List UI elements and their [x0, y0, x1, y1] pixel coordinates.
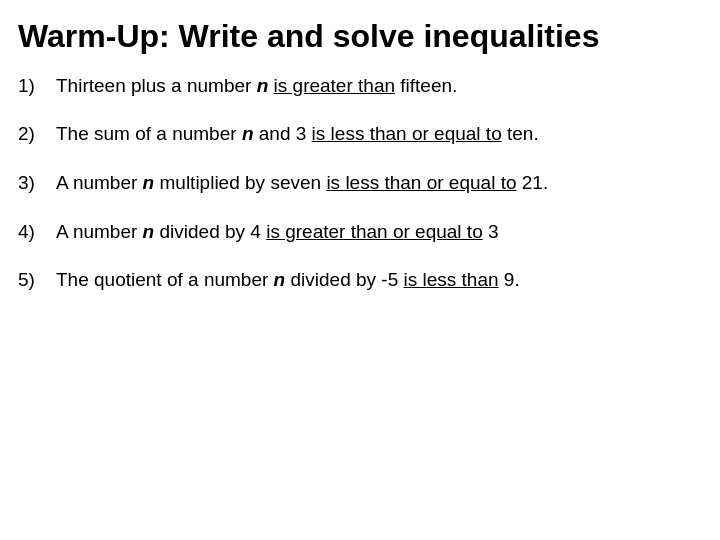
inequality-phrase: is less than: [404, 269, 499, 290]
problem-segment: A number: [56, 221, 143, 242]
problem-segment: ten.: [502, 123, 539, 144]
problem-text: Thirteen plus a number n is greater than…: [56, 73, 696, 100]
problem-number: 4): [18, 219, 56, 246]
problem-segment: and 3: [253, 123, 311, 144]
problem-segment: divided by 4: [154, 221, 266, 242]
page-title: Warm-Up: Write and solve inequalities: [18, 18, 696, 55]
variable-n: n: [274, 269, 286, 290]
variable-n: n: [242, 123, 254, 144]
problem-text: The sum of a number n and 3 is less than…: [56, 121, 696, 148]
problem-text: A number n multiplied by seven is less t…: [56, 170, 696, 197]
problem-text: The quotient of a number n divided by -5…: [56, 267, 696, 294]
problem-item: 3)A number n multiplied by seven is less…: [18, 170, 696, 197]
problem-item: 2)The sum of a number n and 3 is less th…: [18, 121, 696, 148]
inequality-phrase: is less than or equal to: [312, 123, 502, 144]
problem-segment: The sum of a number: [56, 123, 242, 144]
problem-item: 5)The quotient of a number n divided by …: [18, 267, 696, 294]
problem-segment: multiplied by seven: [154, 172, 326, 193]
problem-text: A number n divided by 4 is greater than …: [56, 219, 696, 246]
problem-number: 5): [18, 267, 56, 294]
problem-segment: Thirteen plus a number: [56, 75, 257, 96]
inequality-phrase: is less than or equal to: [326, 172, 516, 193]
inequality-phrase: is greater than: [274, 75, 395, 96]
problem-number: 1): [18, 73, 56, 100]
problem-segment: divided by -5: [285, 269, 403, 290]
problem-segment: 9.: [499, 269, 520, 290]
problem-segment: The quotient of a number: [56, 269, 274, 290]
problem-number: 2): [18, 121, 56, 148]
problem-segment: fifteen.: [395, 75, 457, 96]
problem-item: 1)Thirteen plus a number n is greater th…: [18, 73, 696, 100]
variable-n: n: [143, 172, 155, 193]
variable-n: n: [257, 75, 269, 96]
problem-segment: 21.: [517, 172, 549, 193]
problem-segment: 3: [483, 221, 499, 242]
variable-n: n: [143, 221, 155, 242]
inequality-phrase: is greater than or equal to: [266, 221, 483, 242]
problem-item: 4)A number n divided by 4 is greater tha…: [18, 219, 696, 246]
problem-number: 3): [18, 170, 56, 197]
problem-segment: A number: [56, 172, 143, 193]
